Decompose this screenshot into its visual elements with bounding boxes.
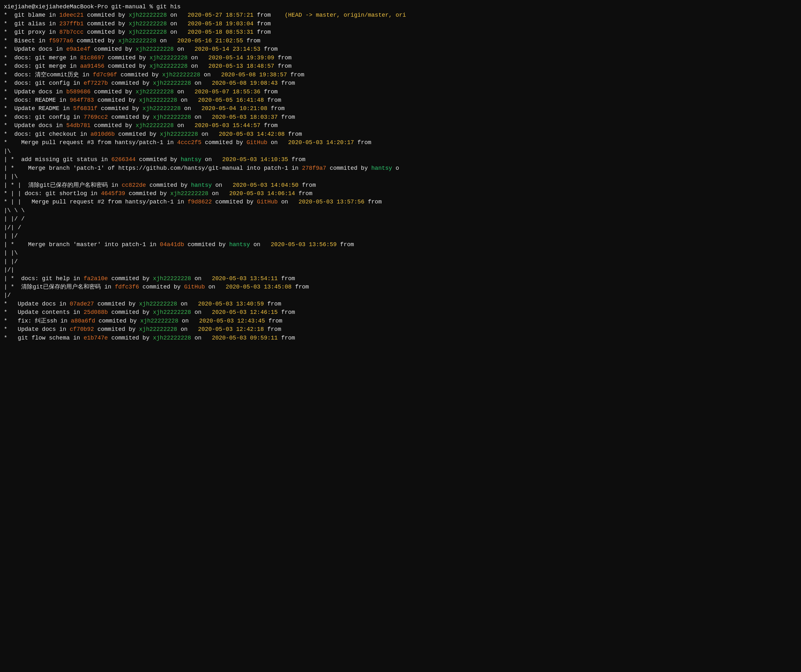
log-line-29: * git flow schema in e1b747e commited by…: [4, 334, 797, 342]
log-line-1: * git blame in 1deec21 commited by xjh22…: [4, 11, 797, 19]
terminal: xiejiahe@xiejiahedeMacBook-Pro git-manua…: [4, 3, 797, 342]
log-line-12: * Update README in 5f6831f commited by x…: [4, 104, 797, 113]
log-line-23: | * docs: git help in fa2a10e commited b…: [4, 274, 797, 283]
log-line-21: * | | Merge pull request #2 from hantsy/…: [4, 198, 797, 206]
log-line-graph-7: | |\: [4, 249, 797, 257]
log-line-graph-3: |\ \ \: [4, 206, 797, 215]
log-line-25: * Update docs in 07ade27 commited by xjh…: [4, 300, 797, 308]
log-line-graph-5: |/| /: [4, 223, 797, 232]
log-line-9: * docs: git config in ef7227b commited b…: [4, 79, 797, 87]
log-line-10: * Update docs in b589686 commited by xjh…: [4, 88, 797, 96]
log-line-6: * docs: git merge in 81c8697 commited by…: [4, 54, 797, 62]
log-line-graph-4: | |/ /: [4, 215, 797, 223]
log-line-13: * docs: git config in 7769cc2 commited b…: [4, 113, 797, 121]
log-line-3: * git proxy in 87b7ccc commited by xjh22…: [4, 28, 797, 36]
log-line-11: * docs: README in 964f783 commited by xj…: [4, 96, 797, 104]
log-line-graph-2: | |\: [4, 172, 797, 181]
log-line-2: * git alias in 237ffb1 commited by xjh22…: [4, 19, 797, 28]
log-line-15: * docs: git checkout in a010d6b commited…: [4, 130, 797, 138]
log-line-26: * Update contents in 25d088b commited by…: [4, 308, 797, 317]
prompt-line: xiejiahe@xiejiahedeMacBook-Pro git-manua…: [4, 3, 797, 11]
log-line-14: * Update docs in 54db781 commited by xjh…: [4, 121, 797, 130]
log-line-27: * fix: 纠正ssh in a80a6fd commited by xjh2…: [4, 317, 797, 325]
log-line-graph-8: | |/: [4, 257, 797, 266]
log-line-17: | * add missing git status in 6266344 co…: [4, 155, 797, 164]
log-line-5: * Update docs in e9a1e4f commited by xjh…: [4, 45, 797, 53]
log-line-graph-1: |\: [4, 147, 797, 155]
log-line-22: | * Merge branch 'master' into patch-1 i…: [4, 240, 797, 249]
log-line-8: * docs: 清空commit历史 in fd7c96f commited b…: [4, 71, 797, 79]
log-line-28: * Update docs in cf70b92 commited by xjh…: [4, 325, 797, 333]
log-line-graph-6: | |/: [4, 232, 797, 240]
log-line-19: | * | 清除git已保存的用户名和密码 in cc822de commite…: [4, 181, 797, 189]
log-line-graph-9: |/|: [4, 266, 797, 274]
log-line-4: * Bisect in f5977a6 commited by xjh22222…: [4, 37, 797, 45]
log-line-graph-10: |/: [4, 291, 797, 299]
log-line-24: | * 清除git已保存的用户名和密码 in fdfc3f6 commited …: [4, 283, 797, 291]
log-line-16: * Merge pull request #3 from hantsy/patc…: [4, 138, 797, 147]
log-line-18: | * Merge branch 'patch-1' of https://gi…: [4, 164, 797, 172]
log-line-7: * docs: git merge in aa91456 commited by…: [4, 62, 797, 70]
log-line-20: * | | docs: git shortlog in 4645f39 comm…: [4, 189, 797, 198]
